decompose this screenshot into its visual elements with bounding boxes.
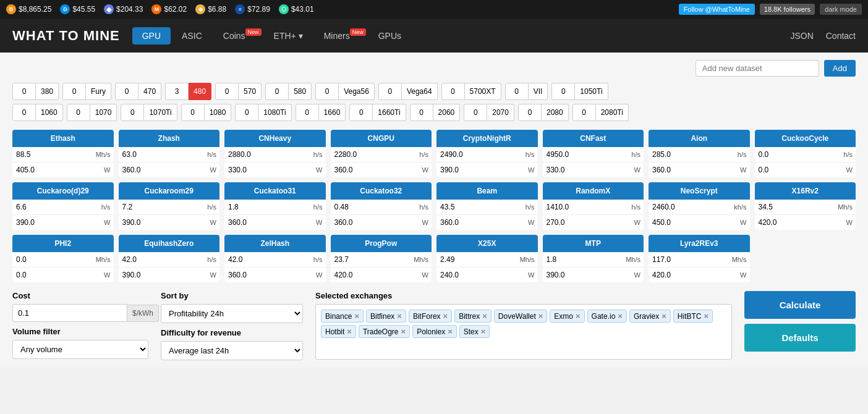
- nav-json[interactable]: JSON: [790, 31, 813, 41]
- algo-power-input[interactable]: [119, 268, 209, 282]
- algo-power-input[interactable]: [119, 163, 209, 177]
- algo-power-input[interactable]: [331, 163, 421, 177]
- algo-hashrate-input[interactable]: [224, 252, 312, 267]
- algo-header-cuckatoo32[interactable]: Cuckatoo32: [331, 182, 432, 200]
- algo-power-input[interactable]: [119, 215, 209, 230]
- algo-power-input[interactable]: [331, 215, 421, 230]
- gpu-btn-480[interactable]: 480: [189, 83, 211, 100]
- algo-power-input[interactable]: [649, 268, 739, 282]
- algo-hashrate-input[interactable]: [119, 147, 206, 162]
- gpu-btn-570[interactable]: 570: [239, 83, 262, 100]
- gpu-count-2060[interactable]: [410, 104, 433, 121]
- algo-power-input[interactable]: [224, 163, 315, 177]
- algo-hashrate-input[interactable]: [224, 147, 312, 162]
- algo-header-cnfast[interactable]: CNFast: [543, 130, 644, 147]
- gpu-btn-1080ti[interactable]: 1080Ti: [258, 104, 291, 121]
- volume-select[interactable]: Any volume: [12, 340, 148, 359]
- exchange-remove-poloniex[interactable]: ×: [448, 327, 453, 336]
- defaults-button[interactable]: Defaults: [744, 324, 856, 352]
- tab-asic[interactable]: ASIC: [172, 27, 212, 44]
- algo-header-cuckatoo31[interactable]: Cuckatoo31: [224, 182, 326, 200]
- gpu-count-1070ti[interactable]: [121, 104, 144, 121]
- exchange-remove-exmo[interactable]: ×: [576, 311, 581, 321]
- exchange-remove-dovewallet[interactable]: ×: [538, 311, 543, 321]
- gpu-btn-1060[interactable]: 1060: [36, 104, 63, 121]
- algo-hashrate-input[interactable]: [649, 200, 733, 214]
- algo-hashrate-input[interactable]: [331, 200, 419, 214]
- difficulty-select[interactable]: Average last 24h: [161, 341, 303, 360]
- gpu-count-2070[interactable]: [464, 104, 487, 121]
- algo-hashrate-input[interactable]: [224, 200, 312, 214]
- algo-hashrate-input[interactable]: [331, 147, 419, 162]
- gpu-btn-5700xt[interactable]: 5700XT: [465, 83, 501, 100]
- algo-power-input[interactable]: [755, 163, 845, 177]
- gpu-count-1080ti[interactable]: [235, 104, 258, 121]
- algo-power-input[interactable]: [12, 215, 103, 230]
- gpu-btn-1080[interactable]: 1080: [205, 104, 232, 121]
- algo-hashrate-input[interactable]: [755, 147, 843, 162]
- tab-coins[interactable]: Coins New: [213, 27, 263, 44]
- algo-header-mtp[interactable]: MTP: [543, 235, 644, 252]
- algo-header-zhash[interactable]: Zhash: [119, 130, 220, 147]
- exchange-remove-bitforex[interactable]: ×: [443, 311, 448, 321]
- algo-hashrate-input[interactable]: [12, 200, 100, 214]
- gpu-btn-1070[interactable]: 1070: [90, 104, 117, 121]
- algo-hashrate-input[interactable]: [755, 200, 837, 214]
- algo-header-randomx[interactable]: RandomX: [543, 182, 644, 200]
- dark-mode-button[interactable]: dark mode: [820, 4, 862, 15]
- algo-header-progpow[interactable]: ProgPow: [331, 235, 432, 252]
- algo-power-input[interactable]: [224, 268, 315, 282]
- gpu-count-1080[interactable]: [181, 104, 205, 121]
- algo-header-ethash[interactable]: Ethash: [12, 130, 114, 147]
- exchange-remove-hitbtc[interactable]: ×: [704, 311, 709, 321]
- algo-header-beam[interactable]: Beam: [436, 182, 538, 200]
- gpu-count-1660[interactable]: [296, 104, 319, 121]
- gpu-btn-580[interactable]: 580: [289, 83, 312, 100]
- gpu-btn-vii[interactable]: VII: [529, 83, 548, 100]
- algo-power-input[interactable]: [543, 268, 633, 282]
- sort-select[interactable]: Profitability 24h: [161, 304, 303, 323]
- gpu-btn-2080ti[interactable]: 2080Ti: [596, 104, 629, 121]
- gpu-count-5700xt[interactable]: [441, 83, 465, 100]
- gpu-btn-470[interactable]: 470: [138, 83, 161, 100]
- algo-hashrate-input[interactable]: [436, 147, 524, 162]
- add-dataset-button[interactable]: Add: [824, 60, 856, 77]
- algo-power-input[interactable]: [755, 215, 845, 230]
- gpu-btn-vega56[interactable]: Vega56: [339, 83, 375, 100]
- algo-hashrate-input[interactable]: [543, 147, 631, 162]
- algo-hashrate-input[interactable]: [331, 252, 413, 267]
- gpu-btn-2060[interactable]: 2060: [433, 104, 461, 121]
- algo-header-cnheavy[interactable]: CNHeavy: [224, 130, 326, 147]
- algo-header-cuckaroo-d-29[interactable]: Cuckaroo(d)29: [12, 182, 114, 200]
- gpu-btn-2080[interactable]: 2080: [542, 104, 569, 121]
- algo-power-input[interactable]: [436, 215, 527, 230]
- gpu-btn-2070[interactable]: 2070: [487, 104, 514, 121]
- algo-power-input[interactable]: [436, 268, 527, 282]
- gpu-count-2080ti[interactable]: [572, 104, 596, 121]
- algo-hashrate-input[interactable]: [543, 200, 631, 214]
- exchange-remove-hotbit[interactable]: ×: [347, 327, 352, 336]
- algo-hashrate-input[interactable]: [436, 252, 519, 267]
- exchange-remove-stex[interactable]: ×: [481, 327, 486, 336]
- gpu-count-470[interactable]: [115, 83, 138, 100]
- tab-eth-plus[interactable]: ETH+ ▾: [264, 27, 313, 44]
- gpu-count-1050ti[interactable]: [551, 83, 575, 100]
- tab-miners[interactable]: Miners New: [314, 27, 367, 44]
- dataset-input[interactable]: [696, 60, 819, 77]
- algo-header-neoscrypt[interactable]: NeoScrypt: [649, 182, 750, 200]
- algo-header-lyra2rev3[interactable]: Lyra2REv3: [649, 235, 750, 252]
- algo-hashrate-input[interactable]: [649, 147, 736, 162]
- algo-header-cryptonightr[interactable]: CryptoNightR: [436, 130, 538, 147]
- gpu-btn-vega64[interactable]: Vega64: [402, 83, 438, 100]
- algo-header-aion[interactable]: Aion: [649, 130, 750, 147]
- algo-header-phi2[interactable]: PHI2: [12, 235, 114, 252]
- cost-input[interactable]: [12, 304, 127, 322]
- algo-power-input[interactable]: [543, 215, 633, 230]
- algo-power-input[interactable]: [224, 215, 315, 230]
- algo-hashrate-input[interactable]: [436, 200, 524, 214]
- gpu-btn-380[interactable]: 380: [36, 83, 59, 100]
- algo-hashrate-input[interactable]: [119, 200, 206, 214]
- algo-header-cngpu[interactable]: CNGPU: [331, 130, 432, 147]
- gpu-count-vega64[interactable]: [378, 83, 402, 100]
- gpu-count-380[interactable]: [12, 83, 36, 100]
